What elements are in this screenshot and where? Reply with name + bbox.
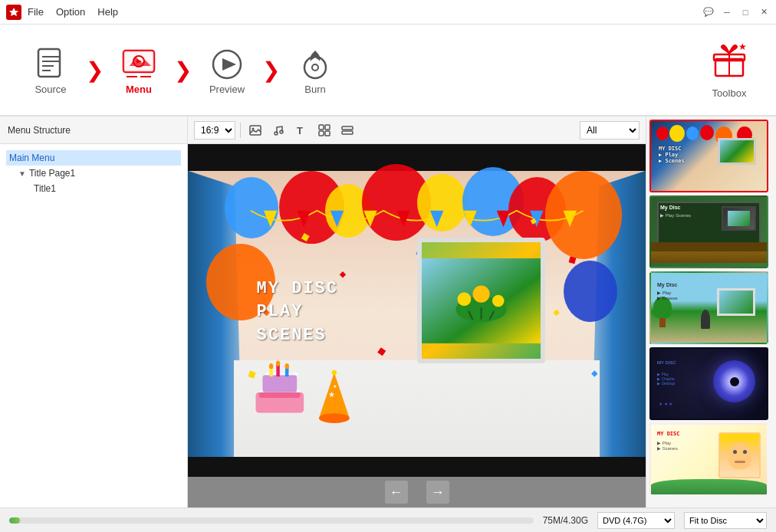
thumbnail-1[interactable]: MY DISC▶ Play▶ Scenes <box>649 120 768 192</box>
svg-marker-35 <box>396 211 409 228</box>
tree-main-menu[interactable]: Main Menu <box>6 150 181 166</box>
disc-type-select[interactable]: DVD (4.7G) DVD DL (8.5G) Blu-ray 25G <box>597 512 675 529</box>
progress-fill <box>9 517 20 524</box>
ratio-select[interactable]: 16:9 4:3 <box>194 121 235 140</box>
svg-point-47 <box>269 363 273 369</box>
thumbnail-2[interactable]: My Disc ▶ Play Scenes <box>649 195 768 268</box>
svg-point-48 <box>275 360 279 366</box>
prev-arrow-button[interactable]: ← <box>385 481 408 504</box>
layout1-tool-button[interactable] <box>314 120 334 140</box>
svg-text:★: ★ <box>333 383 337 389</box>
nav-arrow-3: ❯ <box>262 57 280 83</box>
thumbnail-5[interactable]: MY DISC ▶ Play▶ Scenes <box>649 423 768 496</box>
toolbox-button[interactable]: ★ Toolbox <box>695 41 764 99</box>
svg-point-23 <box>280 130 283 133</box>
preview-canvas: ★ ★ <box>188 144 646 507</box>
svg-point-72 <box>492 294 505 307</box>
preview-image: ★ ★ <box>188 144 646 477</box>
next-arrow-button[interactable]: → <box>426 481 449 504</box>
filter-select[interactable]: All Wedding Birthday Holiday <box>580 121 640 140</box>
cake <box>252 347 307 431</box>
balloon-10 <box>564 261 617 322</box>
svg-marker-39 <box>530 211 543 228</box>
svg-point-14 <box>304 57 326 78</box>
music-tool-button[interactable] <box>268 120 288 140</box>
toolbox-label: Toolbox <box>712 87 747 99</box>
svg-marker-33 <box>330 211 344 228</box>
menu-option[interactable]: Option <box>56 6 85 18</box>
menu-help[interactable]: Help <box>97 6 118 18</box>
svg-marker-13 <box>222 58 236 71</box>
window-controls: 💬 ─ □ ✕ <box>702 6 770 18</box>
app-icon <box>6 5 21 20</box>
tree-panel: Main Menu ▼ Title Page1 Title1 <box>0 144 187 507</box>
text-tool-button[interactable]: T <box>291 120 311 140</box>
chat-button[interactable]: 💬 <box>702 6 715 18</box>
svg-point-71 <box>472 285 489 302</box>
layout2-tool-button[interactable] <box>337 120 357 140</box>
preview-label: Preview <box>209 84 245 95</box>
right-panel: MY DISC▶ Play▶ Scenes My Disc ▶ Play Sce… <box>646 117 776 507</box>
thumbnail-scroll-area[interactable]: MY DISC▶ Play▶ Scenes My Disc ▶ Play Sce… <box>646 117 776 507</box>
title1-label: Title1 <box>34 183 56 194</box>
main-menu-label: Main Menu <box>9 153 54 163</box>
toolbar-source[interactable]: Source <box>12 31 89 108</box>
svg-rect-30 <box>342 131 353 134</box>
black-bar-bottom <box>188 457 646 477</box>
svg-point-52 <box>319 414 350 424</box>
menu-line1: MY DISC <box>257 277 338 301</box>
svg-point-15 <box>312 64 318 71</box>
thumbnail-4[interactable]: MY DISC ▶ Play▶ Chapter▶ Settings ★ ★ ★ <box>649 347 768 420</box>
main-content: Menu Structure Main Menu ▼ Title Page1 T… <box>0 117 776 507</box>
svg-rect-64 <box>377 347 386 356</box>
svg-point-49 <box>284 363 288 369</box>
secondary-toolbar: 16:9 4:3 T All Wedding Birthday <box>188 117 646 144</box>
tree-title-page1[interactable]: ▼ Title Page1 <box>6 166 181 181</box>
svg-point-22 <box>275 132 278 135</box>
separator-1 <box>240 123 241 138</box>
menu-structure-label: Menu Structure <box>8 125 71 136</box>
menu-file[interactable]: File <box>28 6 44 18</box>
svg-marker-37 <box>463 211 476 228</box>
thumbnail-3[interactable]: My Disc ▶ Play▶ Browse <box>649 271 768 344</box>
svg-point-70 <box>457 292 471 306</box>
toolbar-burn[interactable]: Burn <box>277 31 353 108</box>
center-panel: 16:9 4:3 T All Wedding Birthday <box>188 117 646 507</box>
fit-to-disc-select[interactable]: Fit to Disc High Quality Standard Qualit… <box>684 512 767 529</box>
statusbar: 75M/4.30G DVD (4.7G) DVD DL (8.5G) Blu-r… <box>0 507 776 532</box>
preview-icon <box>208 45 246 84</box>
nav-arrow-2: ❯ <box>174 57 192 83</box>
menu-text-overlay: MY DISC PLAY SCENES <box>257 277 338 348</box>
svg-rect-63 <box>553 310 559 316</box>
svg-text:★: ★ <box>738 41 747 52</box>
svg-text:★: ★ <box>328 390 335 399</box>
tree-title1[interactable]: Title1 <box>6 181 181 196</box>
title-page1-label: Title Page1 <box>29 168 75 179</box>
menu-line2: PLAY <box>257 300 338 324</box>
toolbar-preview[interactable]: Preview <box>189 31 265 108</box>
party-hat: ★ ★ <box>316 363 353 436</box>
svg-rect-25 <box>319 125 324 130</box>
menu-line3: SCENES <box>257 324 338 348</box>
maximize-button[interactable]: □ <box>739 6 751 18</box>
close-button[interactable]: ✕ <box>758 6 770 18</box>
burn-label: Burn <box>304 84 325 95</box>
svg-point-21 <box>252 127 255 130</box>
toolbar-menu[interactable]: Menu <box>100 31 177 108</box>
svg-rect-26 <box>325 125 330 130</box>
svg-rect-28 <box>325 131 330 136</box>
source-icon <box>31 45 70 84</box>
progress-bar <box>9 517 534 524</box>
menu-label: Menu <box>126 84 152 95</box>
menu-bar: File Option Help <box>28 6 702 18</box>
toolbox-icon: ★ <box>709 41 749 87</box>
svg-rect-57 <box>340 271 346 277</box>
image-tool-button[interactable] <box>245 120 265 140</box>
monitor-screen <box>422 242 541 360</box>
minimize-button[interactable]: ─ <box>721 6 733 18</box>
svg-point-55 <box>332 370 337 375</box>
svg-rect-29 <box>342 126 353 130</box>
bunting <box>211 204 623 237</box>
burn-icon <box>296 45 334 84</box>
scene: ★ ★ <box>188 144 646 477</box>
